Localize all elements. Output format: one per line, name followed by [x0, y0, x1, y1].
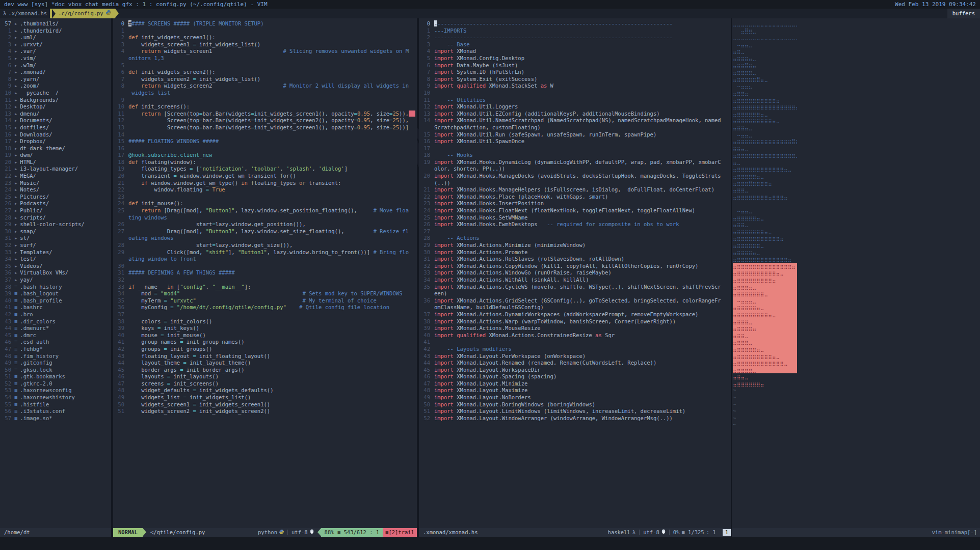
code-line[interactable]: 39 keys = init_keys(): [113, 325, 417, 332]
minimap-row[interactable]: ⣤⣶⣶⣶⣶⣶⣤⣀: [733, 173, 797, 180]
code-line[interactable]: 13import XMonad.Util.EZConfig (additiona…: [419, 111, 731, 118]
tree-entry[interactable]: 15▸dotfiles/: [0, 124, 111, 131]
code-line[interactable]: 31##### DEFINING A FEW THINGS #####: [113, 269, 417, 277]
command-line[interactable]: [0, 537, 980, 550]
code-line[interactable]: 4 return widgets_screen1 # Slicing remov…: [113, 48, 417, 55]
tree-entry[interactable]: 40≡.bash_profile: [0, 297, 111, 305]
code-line[interactable]: 3 widgets_screen1 = init_widgets_list(): [113, 41, 417, 48]
code-line[interactable]: 42 -- Layouts modifiers: [419, 346, 731, 353]
code-line[interactable]: 10: [419, 90, 731, 97]
code-line[interactable]: 45import XMonad.Layout.WorkspaceDir: [419, 367, 731, 374]
code-line[interactable]: 17: [419, 145, 731, 152]
minimap-viewport[interactable]: ⣤⣶⣶⣶⣤⣀: [733, 284, 797, 291]
code-line[interactable]: 44 layout_theme = init_layout_theme(): [113, 360, 417, 367]
code-line[interactable]: 22 window.floating = True: [113, 186, 417, 194]
minimap-row[interactable]: ⣤⣶⣶⣶⣶⣶⣤⣀: [733, 214, 797, 222]
code-line[interactable]: 43 floating_layout = init_floating_layou…: [113, 353, 417, 360]
tree-entry[interactable]: 11▸Backgrounds/: [0, 97, 111, 104]
code-line[interactable]: 5: [113, 62, 417, 69]
minimap-row[interactable]: ⣤⣶⣶⣶⣶⣶⣶⣶⣶⣶⣶⣶⣤: [733, 235, 797, 242]
minimap-row[interactable]: ⣤⣶⣶⣿⣶⣤: [733, 62, 797, 69]
code-line[interactable]: olor, shorten, PP(..)): [419, 166, 731, 173]
code-line[interactable]: 21 if window.window.get_wm_type() in flo…: [113, 180, 417, 187]
tree-entry[interactable]: 53≡.haxornewsconfig: [0, 387, 111, 394]
tree-entry[interactable]: 12▸Desktop/: [0, 103, 111, 111]
minimap-row[interactable]: ⣤⣶⣶⣶⣶⣶⣶⣤: [733, 380, 797, 388]
code-line[interactable]: 28 start=lazy.window.get_size()),: [113, 242, 417, 249]
minimap-row[interactable]: ⣤⣶⣶⣶⣶⣶⣶⣶⣶⣶⣶⣶⣶⣤⣀: [733, 166, 797, 173]
minimap-viewport[interactable]: ⣤⣶⣶⣶⣀: [733, 318, 797, 325]
minimap-row[interactable]: ⠀⠤⣤⣤⣀: [733, 131, 797, 139]
code-line[interactable]: 40import qualified XMonad.Actions.Constr…: [419, 332, 731, 339]
code-line[interactable]: 27: [419, 228, 731, 235]
code-line[interactable]: 2---------------------------------------…: [419, 34, 731, 41]
minimap-row[interactable]: ⣤⣶⣶⣀: [733, 221, 797, 228]
code-line[interactable]: 10def init_screens():: [113, 103, 417, 111]
code-line[interactable]: 23import XMonad.Hooks.InsertPosition: [419, 200, 731, 207]
tree-entry[interactable]: 16▸Downloads/: [0, 131, 111, 139]
tree-entry[interactable]: 26▸Podcasts/: [0, 200, 111, 207]
code-line[interactable]: 51 widgets_screen2 = init_widgets_screen…: [113, 408, 417, 415]
minimap-viewport[interactable]: ⣤⣶⣶⣶⣶⣶⣶⣶⣶⣶⣶⣶⣶⣶⣶⣤: [733, 263, 797, 270]
tree-entry[interactable]: 14▸Documents/: [0, 117, 111, 124]
tree-entry[interactable]: 33▸Templates/: [0, 249, 111, 256]
code-line[interactable]: widgets_list: [113, 90, 417, 97]
tree-entry[interactable]: 44≡.dmenurc*: [0, 325, 111, 332]
code-line[interactable]: 33import XMonad.Actions.WindowGo (runOrR…: [419, 269, 731, 277]
tree-entry[interactable]: 39≡.bash_logout: [0, 290, 111, 297]
tree-entry[interactable]: 7▸.xmonad/: [0, 69, 111, 76]
tab-config-py[interactable]: .c/q/config.py: [50, 9, 115, 18]
code-line[interactable]: 6def init_widgets_screen2():: [113, 69, 417, 76]
minimap-row[interactable]: ⣤⣶⣶⣶⣶⣶⣶⣀: [733, 242, 797, 249]
code-line[interactable]: 33if __name__ in ["config", "__main__"]:: [113, 284, 417, 291]
tree-entry[interactable]: 13▸dmenu/: [0, 111, 111, 118]
code-line[interactable]: 20 transient = window.window.get_wm_tran…: [113, 173, 417, 180]
tree-entry[interactable]: 20▸HTML/: [0, 159, 111, 166]
code-line[interactable]: een): [419, 290, 731, 297]
code-line[interactable]: 39import XMonad.Actions.MouseResize: [419, 325, 731, 332]
code-line[interactable]: 15##### FLOATING WINDOWS #####: [113, 138, 417, 145]
tree-entry[interactable]: 19▸dwm/: [0, 152, 111, 159]
tree-entry[interactable]: 38≡.bash_history: [0, 284, 111, 291]
code-line[interactable]: 19 floating_types = ['notification', 'to…: [113, 166, 417, 173]
tree-entry[interactable]: 3▸.urxvt/: [0, 41, 111, 48]
code-line[interactable]: 43import XMonad.Layout.PerWorkspace (onW…: [419, 353, 731, 360]
tree-entry[interactable]: 17▸Dropbox/: [0, 138, 111, 145]
code-line[interactable]: 16: [113, 145, 417, 152]
minimap-row[interactable]: ⣤⣶⣶⣶⣶⣤⣀: [733, 249, 797, 256]
code-line[interactable]: 48 widget_defaults = init_widgets_defaul…: [113, 387, 417, 394]
tree-entry[interactable]: 50≡.gksu.lock: [0, 367, 111, 374]
code-line[interactable]: oating windows: [113, 235, 417, 242]
editor-xmonad-hs[interactable]: 0---------------------------------------…: [419, 18, 731, 528]
tree-entry[interactable]: 54≡.haxornewshistory: [0, 394, 111, 401]
code-line[interactable]: 3 -- Base: [419, 41, 731, 48]
code-line[interactable]: 7import System.IO (hPutStrLn): [419, 69, 731, 76]
minimap-viewport[interactable]: ⣤⣶⣶⣶⣶⣶⣶⣶⣶⣶⣶⣶⣶⣀: [733, 360, 797, 367]
minimap-viewport[interactable]: ⣤⣶⣶⣶⣀: [733, 339, 797, 346]
code-line[interactable]: 34 mod = "mod4" # Sets mod key to SUPER/…: [113, 290, 417, 297]
code-line[interactable]: 50import XMonad.Layout.BoringWindows (bo…: [419, 401, 731, 408]
code-line[interactable]: 22import XMonad.Hooks.Place (placeHook, …: [419, 194, 731, 201]
tree-entry[interactable]: 24▸Notes/: [0, 186, 111, 194]
minimap-row[interactable]: ⣤⣶⣶⣶⣶⣶⣶⣶⣶⣶⣶⣶⣶⣶⣤: [733, 256, 797, 263]
code-line[interactable]: 29 Click([mod, "shift"], "Button1", lazy…: [113, 249, 417, 256]
tree-entry[interactable]: 22▸MEGA/: [0, 173, 111, 180]
code-line[interactable]: 14: [113, 131, 417, 139]
tree-entry[interactable]: 37▸yay/: [0, 277, 111, 284]
code-line[interactable]: 44import XMonad.Layout.Renamed (renamed,…: [419, 360, 731, 367]
minimap-viewport[interactable]: ⣤⣶⣶⣶⣶⣶⣶⣶⣀: [733, 290, 797, 297]
minimap-row[interactable]: ⣤⣶⣶⣶⣶⣶⣶⣶⣶⣶⣶⣶⣶⣶⣶⣶⣤: [733, 103, 797, 111]
code-line[interactable]: 13 Screen(top=bar.Bar(widgets=init_widge…: [113, 124, 417, 131]
minimap-viewport[interactable]: ⣤⣶⣶⣶⣶⣶⣤⣀: [733, 346, 797, 353]
code-line[interactable]: 8import System.Exit (exitSuccess): [419, 76, 731, 83]
code-line[interactable]: 26import XMonad.Hooks.EwmhDesktops -- re…: [419, 221, 731, 228]
tree-entry[interactable]: 27▸Public/: [0, 207, 111, 214]
code-line[interactable]: 42 groups = init_groups(): [113, 346, 417, 353]
tree-entry[interactable]: 47≡.fehbg*: [0, 346, 111, 353]
code-line[interactable]: 25 return [Drag([mod], "Button1", lazy.w…: [113, 207, 417, 214]
tree-entry[interactable]: 43≡.dir_colors: [0, 318, 111, 325]
tree-entry[interactable]: 52≡.gtkrc-2.0: [0, 380, 111, 388]
minimap-row[interactable]: ⣤⣀: [733, 159, 797, 166]
code-line[interactable]: 36import XMonad.Actions.GridSelect (GSCo…: [419, 297, 731, 305]
minimap-row[interactable]: ⣤⣶⣶⣀: [733, 186, 797, 194]
